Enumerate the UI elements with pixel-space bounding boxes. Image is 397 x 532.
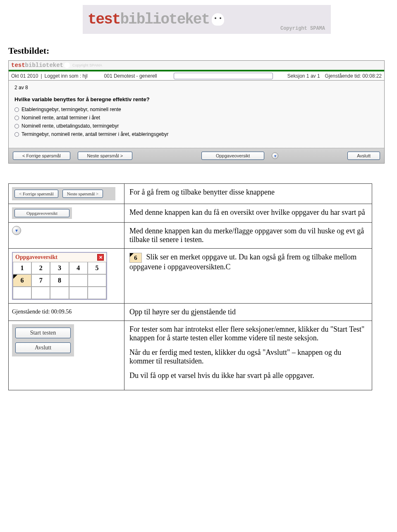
num-cell[interactable]: 8 bbox=[50, 274, 69, 287]
option-1[interactable]: Etableringsgebyr, termingebyr, nominell … bbox=[14, 107, 378, 112]
option-3[interactable]: Nominell rente, utbetalingsdato, terming… bbox=[14, 123, 378, 129]
next-button[interactable]: Neste spørsmål > bbox=[78, 152, 133, 160]
option-2[interactable]: Nominell rente, antall terminer i året bbox=[14, 115, 378, 121]
explanation-text: For tester som har introtekst eller fler… bbox=[129, 325, 367, 342]
num-cell-empty bbox=[88, 274, 106, 287]
num-cell-empty bbox=[13, 287, 31, 299]
explanation-text: Når du er ferdig med testen, klikker du … bbox=[129, 348, 367, 366]
number-grid: 1 2 3 4 5 6 7 8 bbox=[13, 262, 106, 299]
brand-grey: biblioteket bbox=[120, 11, 209, 28]
radio-icon[interactable] bbox=[14, 132, 19, 137]
explanation-text: 6 Slik ser en merket oppgave ut. Du kan … bbox=[129, 253, 367, 271]
time-remaining-label: Gjenstående tid: 00:09.56 bbox=[12, 309, 72, 315]
flag-icon[interactable]: ▾ bbox=[12, 226, 21, 235]
explanation-text: Med denne knappen kan du få en oversikt … bbox=[124, 204, 372, 223]
table-row: Oppgaveoversikt Med denne knappen kan du… bbox=[9, 204, 372, 223]
num-cell-empty bbox=[69, 287, 88, 299]
num-cell-empty bbox=[69, 274, 88, 287]
radio-icon[interactable] bbox=[14, 124, 19, 128]
overview-panel: Oppgaveoversikt ✕ 1 2 3 4 5 6 7 8 bbox=[12, 252, 107, 300]
time-remaining: Gjenstående tid: 00:08:22 bbox=[325, 73, 382, 79]
explanation-table: < Forrige spørsmål Neste spørsmål > For … bbox=[8, 183, 372, 390]
table-row: < Forrige spørsmål Neste spørsmål > For … bbox=[9, 184, 372, 204]
table-row: Gjenstående tid: 00:09.56 Opp til høyre … bbox=[9, 304, 372, 321]
demotest-input[interactable] bbox=[174, 73, 273, 79]
explanation-text: Med denne knappen kan du merke/flagge op… bbox=[124, 223, 372, 249]
copyright-text: Copyright SPAMA bbox=[280, 26, 325, 31]
num-cell-empty bbox=[31, 287, 50, 299]
num-cell[interactable]: 3 bbox=[50, 262, 69, 274]
brand-banner: testbiblioteket Copyright SPAMA bbox=[83, 5, 331, 34]
radio-icon[interactable] bbox=[14, 107, 19, 112]
brand-red: test bbox=[88, 11, 120, 28]
subbar-login: Logget inn som : hjl bbox=[45, 73, 88, 79]
app-subbar: Okt 01 2010 | Logget inn som : hjl 001 D… bbox=[9, 71, 384, 81]
prev-button[interactable]: < Forrige spørsmål bbox=[14, 190, 58, 198]
flag-icon[interactable]: ▾ bbox=[272, 152, 278, 159]
table-row: Start testen Avslutt For tester som har … bbox=[9, 321, 372, 390]
question-area: 2 av 8 Hvilke variable benyttes for å be… bbox=[9, 81, 384, 148]
prev-button[interactable]: < Forrige spørsmål bbox=[13, 152, 70, 160]
overview-button[interactable]: Oppgaveoversikt bbox=[201, 152, 265, 160]
num-cell[interactable]: 7 bbox=[31, 274, 50, 287]
num-cell-empty bbox=[88, 287, 106, 299]
mini-copyright: Copyright SPAMA bbox=[72, 63, 102, 67]
face-icon bbox=[64, 62, 70, 68]
finish-button[interactable]: Avslutt bbox=[15, 342, 71, 353]
num-cell[interactable]: 2 bbox=[31, 262, 50, 274]
num-cell[interactable]: 1 bbox=[13, 262, 31, 274]
num-cell-flagged[interactable]: 6 bbox=[13, 274, 31, 287]
question-counter: 2 av 8 bbox=[14, 85, 378, 90]
explanation-text: Du vil få opp et varsel hvis du ikke har… bbox=[129, 371, 367, 380]
section-indicator: Seksjon 1 av 1 bbox=[287, 73, 320, 79]
question-text: Hvilke variable benyttes for å beregne e… bbox=[14, 96, 378, 102]
radio-icon[interactable] bbox=[14, 116, 19, 120]
next-button[interactable]: Neste spørsmål > bbox=[62, 190, 103, 198]
explanation-text: Opp til høyre ser du gjenstående tid bbox=[124, 304, 372, 321]
num-cell[interactable]: 5 bbox=[88, 262, 106, 274]
table-row: ▾ Med denne knappen kan du merke/flagge … bbox=[9, 223, 372, 249]
app-header: testbiblioteket Copyright SPAMA bbox=[9, 61, 384, 71]
app-footer: < Forrige spørsmål Neste spørsmål > Oppg… bbox=[9, 148, 384, 163]
brand-logo: testbiblioteket bbox=[88, 11, 209, 28]
flag-icon: 6 bbox=[129, 253, 142, 263]
overview-button[interactable]: Oppgaveoversikt bbox=[14, 209, 69, 217]
face-icon bbox=[212, 13, 224, 26]
app-window: testbiblioteket Copyright SPAMA Okt 01 2… bbox=[8, 60, 385, 164]
mini-logo: testbiblioteket bbox=[11, 62, 63, 69]
demotest-label: 001 Demotest - generell bbox=[104, 73, 157, 79]
num-cell-empty bbox=[50, 287, 69, 299]
num-cell[interactable]: 4 bbox=[69, 262, 88, 274]
panel-title: Oppgaveoversikt bbox=[15, 254, 57, 261]
explanation-text: For å gå frem og tilbake benytter disse … bbox=[124, 184, 372, 204]
table-row: Oppgaveoversikt ✕ 1 2 3 4 5 6 7 8 bbox=[9, 249, 372, 304]
subbar-date: Okt 01 2010 bbox=[11, 73, 38, 79]
close-icon[interactable]: ✕ bbox=[97, 254, 104, 261]
finish-button[interactable]: Avslutt bbox=[347, 152, 380, 160]
section-title: Testbildet: bbox=[8, 45, 389, 56]
option-4[interactable]: Termingebyr, nominell rente, antall term… bbox=[14, 131, 378, 137]
start-test-button[interactable]: Start testen bbox=[15, 328, 71, 338]
